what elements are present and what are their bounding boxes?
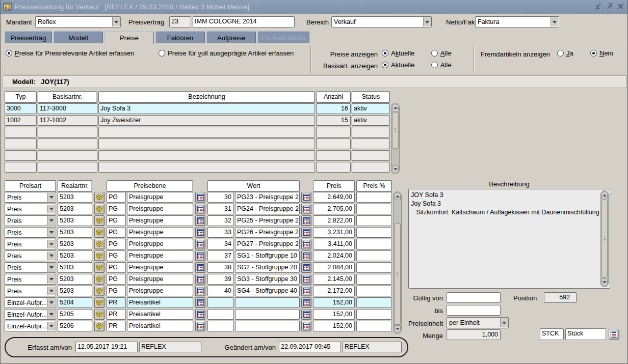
einheit-lov-button[interactable] (609, 329, 619, 340)
radio-icon[interactable] (6, 50, 12, 57)
preisebene-name-field[interactable]: Preisartikel (127, 321, 193, 331)
preis-field[interactable]: 152,00 (313, 309, 355, 320)
basis-cell-status[interactable]: aktiv (352, 103, 390, 114)
preisebene-code-field[interactable]: PG (107, 250, 126, 261)
scrollbar-thumb[interactable] (601, 200, 608, 278)
radio-voll-ausgepraegte-artikel[interactable]: Preise für voll ausgeprägte Artikel erfa… (159, 49, 294, 57)
preisart-select[interactable]: Einzel-Aufpr... (5, 309, 56, 320)
artikel-button[interactable] (94, 239, 104, 249)
artikel-button[interactable] (94, 309, 104, 320)
realartnr-field[interactable]: 5203 (58, 286, 92, 296)
preis-pct-field[interactable] (356, 286, 392, 296)
preis-pct-field[interactable] (356, 250, 392, 261)
bis-input[interactable] (447, 305, 501, 316)
scroll-up-icon[interactable] (394, 192, 401, 200)
preis-pct-field[interactable] (356, 227, 392, 238)
artikel-button[interactable] (94, 250, 104, 261)
wert-lov-button[interactable] (301, 250, 311, 261)
preis-pct-field[interactable] (356, 274, 392, 285)
realartnr-field[interactable]: 5206 (58, 321, 92, 331)
realartnr-field[interactable]: 5203 (58, 227, 92, 238)
preisebene-lov-button[interactable] (195, 227, 205, 238)
basis-cell-bezeichnung[interactable]: Joy Sofa 3 (98, 103, 315, 114)
preisebene-lov-button[interactable] (195, 321, 205, 331)
preisart-select[interactable]: Preis (5, 192, 56, 203)
artikel-button[interactable] (94, 192, 104, 203)
preisebene-code-field[interactable]: PG (107, 274, 126, 285)
close-button[interactable] (617, 3, 624, 10)
wert-lov-button[interactable] (301, 239, 311, 249)
preis-pct-field[interactable] (356, 204, 392, 214)
wert-name-field[interactable]: SG1 - Stoffgruppe 10 (235, 250, 300, 261)
netto-fakt-select[interactable]: Faktura (475, 16, 559, 27)
preisebene-lov-button[interactable] (195, 274, 205, 285)
wert-nr-field[interactable]: 39 (207, 274, 234, 285)
preis-pct-field[interactable] (356, 239, 392, 249)
preis-field[interactable]: 2.084,00 (313, 262, 355, 273)
basisart-anzeigen-aktuelle[interactable]: Aktuelle (382, 61, 414, 69)
chevron-down-icon[interactable] (47, 263, 55, 272)
preisebene-name-field[interactable]: Preisgruppe (127, 239, 193, 249)
artikel-button[interactable] (94, 262, 104, 273)
preisebene-code-field[interactable]: PG (107, 286, 126, 296)
preisebene-code-field[interactable]: PG (107, 215, 126, 226)
chevron-down-icon[interactable] (47, 287, 55, 295)
preisart-select[interactable]: Preis (5, 227, 56, 238)
tab-aufpreise[interactable]: Aufpreise (206, 31, 256, 43)
preisebene-lov-button[interactable] (195, 215, 205, 226)
preisebene-code-field[interactable]: PG (107, 239, 126, 249)
preisart-select[interactable]: Einzel-Aufpr... (5, 297, 56, 308)
wert-lov-button[interactable] (301, 192, 311, 203)
realartnr-field[interactable]: 5203 (58, 262, 92, 273)
wert-nr-field[interactable]: 38 (207, 262, 234, 273)
preis-pct-field[interactable] (356, 297, 392, 308)
preisebene-lov-button[interactable] (195, 204, 205, 214)
preis-field[interactable]: 2.145,00 (313, 274, 355, 285)
chevron-down-icon[interactable] (47, 275, 55, 284)
preis-pct-field[interactable] (356, 321, 392, 331)
scrollbar-thumb[interactable] (392, 112, 399, 149)
preisebene-code-field[interactable]: PR (107, 321, 126, 331)
preisart-select[interactable]: Preis (5, 204, 56, 214)
basisart-anzeigen-alle[interactable]: Alle (431, 61, 452, 69)
restore-button[interactable] (606, 3, 613, 10)
chevron-down-icon[interactable] (47, 322, 55, 330)
basis-cell-typ[interactable]: 3000 (5, 103, 37, 114)
wert-nr-field[interactable]: 31 (207, 204, 234, 214)
artikel-button[interactable] (94, 321, 104, 331)
scroll-up-icon[interactable] (601, 191, 608, 199)
basisartikel-scrollbar[interactable] (391, 103, 400, 174)
preisebene-lov-button[interactable] (195, 192, 205, 203)
chevron-down-icon[interactable] (423, 17, 431, 26)
radio-icon[interactable] (431, 62, 438, 68)
basis-cell-bezeichnung[interactable]: Joy Zweisitzer (98, 115, 315, 126)
wert-lov-button[interactable] (301, 274, 311, 285)
basis-cell-status[interactable]: aktiv (352, 115, 390, 126)
scroll-down-icon[interactable] (601, 278, 608, 286)
preisart-select[interactable]: Preis (5, 239, 56, 249)
chevron-down-icon[interactable] (551, 17, 558, 26)
realartnr-field[interactable]: 5203 (58, 204, 92, 214)
preis-field[interactable]: 152,00 (313, 297, 355, 308)
wert-nr-field[interactable] (207, 309, 234, 320)
realartnr-field[interactable]: 5203 (58, 215, 92, 226)
basis-cell-basisartnr[interactable]: 117-1002 (38, 115, 97, 126)
preisebene-name-field[interactable]: Preisgruppe (127, 192, 193, 203)
preis-pct-field[interactable] (356, 262, 392, 273)
minimize-button[interactable] (594, 3, 602, 10)
tab-modell[interactable]: Modell (54, 31, 103, 43)
basis-cell-typ[interactable]: 1002 (5, 115, 37, 126)
wert-lov-button[interactable] (301, 297, 311, 308)
preis-field[interactable]: 2.024,00 (313, 250, 355, 261)
wert-name-field[interactable] (235, 321, 300, 331)
preisart-select[interactable]: Preis (5, 262, 56, 273)
artikel-button[interactable] (94, 286, 104, 296)
preis-field[interactable]: 2.649,00 (313, 192, 355, 203)
preisart-select[interactable]: Preis (5, 274, 56, 285)
preisebene-code-field[interactable]: PR (107, 297, 126, 308)
chevron-down-icon[interactable] (47, 228, 55, 237)
tab-preisvertrag[interactable]: Preisvertrag (5, 31, 52, 43)
radio-preisrelevante-artikel[interactable]: Preise für Preisrelevante Artikel erfass… (6, 49, 135, 57)
preisebene-code-field[interactable]: PG (107, 204, 126, 214)
preisebene-lov-button[interactable] (195, 250, 205, 261)
